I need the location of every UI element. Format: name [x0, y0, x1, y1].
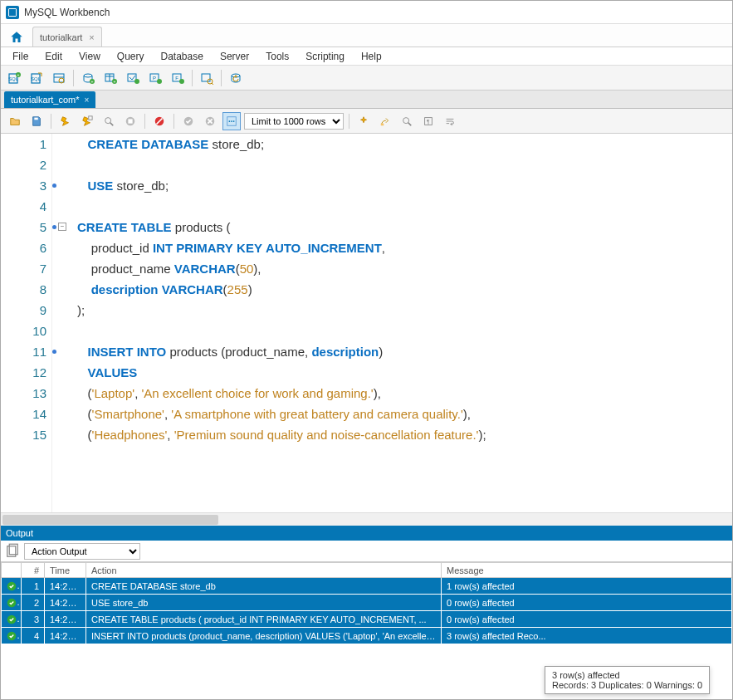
editor-toolbar: Limit to 1000 rows ¶: [1, 109, 732, 134]
output-row[interactable]: 414:20:06INSERT INTO products (product_n…: [2, 628, 732, 644]
svg-text:+: +: [91, 79, 94, 84]
connection-tab-row: tutorialkart ×: [1, 24, 732, 47]
save-icon[interactable]: [27, 112, 46, 130]
stop-icon[interactable]: [121, 112, 139, 130]
execute-current-icon[interactable]: [78, 112, 96, 130]
output-row[interactable]: 314:20:06CREATE TABLE products ( product…: [2, 611, 732, 628]
inspector-icon[interactable]: [49, 68, 69, 88]
svg-rect-25: [202, 74, 210, 81]
toggle-autocommit-icon[interactable]: [150, 112, 169, 130]
svg-text:P: P: [153, 76, 156, 81]
wrap-icon[interactable]: [441, 112, 459, 130]
menu-scripting[interactable]: Scripting: [297, 47, 353, 66]
new-function-icon[interactable]: F: [168, 68, 188, 88]
toggle-invisible-icon[interactable]: ¶: [419, 112, 437, 130]
explain-icon[interactable]: [100, 112, 118, 130]
main-toolbar: SQL+ SQL + + P F: [1, 66, 732, 91]
tooltip-line: 3 row(s) affected: [552, 670, 702, 680]
menu-file[interactable]: File: [4, 47, 37, 66]
menu-server[interactable]: Server: [212, 47, 257, 66]
rollback-icon[interactable]: [201, 112, 219, 130]
output-column-header[interactable]: [2, 563, 22, 578]
search-icon[interactable]: [398, 112, 416, 130]
svg-point-21: [157, 79, 162, 84]
svg-line-32: [110, 122, 114, 125]
new-schema-icon[interactable]: +: [78, 68, 98, 88]
menu-tools[interactable]: Tools: [257, 47, 297, 66]
limit-rows-select[interactable]: Limit to 1000 rows: [244, 113, 344, 130]
svg-line-27: [212, 83, 213, 85]
output-column-header[interactable]: Action: [86, 563, 442, 578]
svg-text:¶: ¶: [427, 118, 430, 124]
svg-rect-34: [128, 119, 132, 123]
toggle-whitespace-icon[interactable]: [222, 112, 241, 130]
output-panel-title: Output: [1, 526, 732, 541]
svg-point-24: [179, 79, 184, 84]
close-icon[interactable]: ×: [85, 95, 90, 105]
find-replace-icon[interactable]: [376, 112, 394, 130]
output-type-select[interactable]: Action Output: [24, 543, 140, 560]
close-icon[interactable]: ×: [89, 32, 94, 42]
open-sql-script-icon[interactable]: SQL: [27, 68, 46, 88]
svg-point-42: [229, 120, 231, 122]
sql-editor[interactable]: 12345−6789101112131415 CREATE DATABASE s…: [1, 134, 732, 512]
horizontal-scrollbar[interactable]: [1, 512, 732, 526]
reconnect-icon[interactable]: [226, 68, 246, 88]
menu-edit[interactable]: Edit: [37, 47, 71, 66]
svg-rect-45: [381, 123, 384, 125]
svg-text:F: F: [175, 76, 178, 81]
output-table: #TimeActionMessage 114:20:06CREATE DATAB…: [1, 562, 732, 644]
svg-text:SQL: SQL: [31, 76, 42, 81]
commit-icon[interactable]: [179, 112, 198, 130]
status-success-icon: [2, 628, 22, 644]
svg-point-31: [105, 117, 111, 123]
output-copy-icon[interactable]: [4, 543, 21, 560]
status-success-icon: [2, 578, 22, 595]
app-title: MySQL Workbench: [24, 7, 110, 18]
connection-tab[interactable]: tutorialkart ×: [32, 27, 102, 47]
svg-point-43: [231, 120, 232, 122]
search-table-data-icon[interactable]: [197, 68, 217, 88]
tooltip: 3 row(s) affected Records: 3 Duplicates:…: [545, 666, 710, 694]
svg-rect-30: [89, 115, 92, 119]
output-row[interactable]: 114:20:06CREATE DATABASE store_db1 row(s…: [2, 578, 732, 595]
tooltip-line: Records: 3 Duplicates: 0 Warnings: 0: [552, 680, 702, 690]
status-success-icon: [2, 611, 22, 628]
execute-icon[interactable]: [56, 112, 75, 130]
editor-tab-label: tutorialkart_com*: [11, 95, 80, 105]
svg-rect-29: [34, 117, 37, 120]
title-bar: MySQL Workbench: [1, 1, 732, 24]
home-icon[interactable]: [4, 28, 29, 47]
connection-tab-label: tutorialkart: [40, 32, 82, 42]
svg-point-9: [84, 74, 92, 77]
menu-database[interactable]: Database: [153, 47, 212, 66]
menu-view[interactable]: View: [71, 47, 109, 66]
app-icon: [6, 6, 19, 19]
output-column-header[interactable]: Message: [442, 563, 732, 578]
svg-text:+: +: [17, 72, 20, 77]
output-row[interactable]: 214:20:06USE store_db0 row(s) affected: [2, 595, 732, 611]
new-sql-tab-icon[interactable]: SQL+: [4, 68, 24, 88]
output-column-header[interactable]: #: [22, 563, 45, 578]
editor-tab[interactable]: tutorialkart_com* ×: [4, 91, 95, 108]
svg-text:+: +: [114, 79, 116, 84]
new-procedure-icon[interactable]: P: [145, 68, 165, 88]
svg-line-47: [408, 122, 412, 125]
menu-query[interactable]: Query: [109, 47, 153, 66]
svg-point-18: [134, 79, 139, 84]
editor-tab-row: tutorialkart_com* ×: [1, 91, 732, 109]
svg-point-44: [233, 120, 235, 122]
menu-bar: FileEditViewQueryDatabaseServerToolsScri…: [1, 47, 732, 66]
output-toolbar: Action Output: [1, 541, 732, 562]
menu-help[interactable]: Help: [353, 47, 390, 66]
new-view-icon[interactable]: [123, 68, 143, 88]
beautify-icon[interactable]: [354, 112, 373, 130]
open-file-icon[interactable]: [6, 112, 24, 130]
status-success-icon: [2, 595, 22, 611]
svg-point-46: [403, 117, 409, 123]
output-column-header[interactable]: Time: [45, 563, 86, 578]
new-table-icon[interactable]: +: [100, 68, 120, 88]
